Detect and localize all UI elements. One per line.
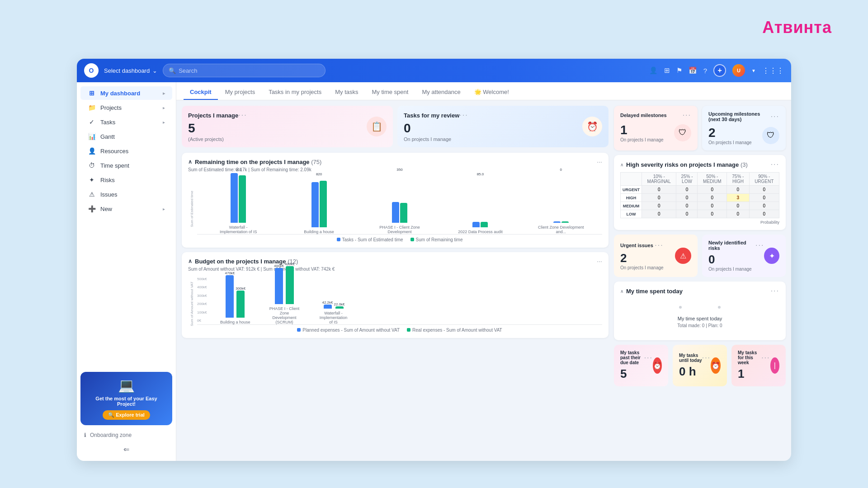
nav-right: 👤 ⊞ ⚑ 📅 ? + U ▼ ⋮⋮⋮ (649, 64, 784, 77)
flag-icon[interactable]: ⚑ (676, 66, 682, 75)
sidebar-item-time-spent[interactable]: ⏱ Time spent (80, 159, 172, 172)
budget-y-axis-label: Sum of Amount without VAT (190, 282, 194, 326)
onboarding-label: Onboarding zone (90, 432, 132, 438)
tasks-this-week-title: My tasks for this week (738, 350, 761, 365)
bar-estimated-3 (392, 202, 399, 223)
projects-card: Projects I manage ··· 5 (Active projects… (182, 106, 393, 147)
top-nav: O Select dashboard ⌄ 🔍 Search 👤 ⊞ ⚑ 📅 ? … (77, 59, 791, 82)
collapse-risk-icon[interactable]: ∧ (620, 162, 623, 167)
delayed-menu[interactable]: ··· (683, 111, 691, 119)
search-placeholder: Search (179, 67, 197, 74)
new-risks-icon: ✦ (764, 248, 779, 264)
budget-bar-real-2 (286, 266, 294, 304)
explore-trial-button[interactable]: 🔍 Explore trial (103, 410, 150, 420)
sidebar-item-tasks[interactable]: ✓ Tasks ▸ (80, 115, 172, 129)
calendar-icon[interactable]: 📅 (689, 66, 697, 75)
time-dot-1 (679, 306, 682, 309)
tab-my-attendance[interactable]: My attendance (415, 85, 467, 100)
budget-bar-planned-1 (226, 275, 234, 318)
budget-chart-card: ∧ Budget on the projects I manage (12) ·… (182, 252, 609, 338)
budget-bar-real-3 (335, 306, 344, 309)
content-area: Cockpit My projects Tasks in my projects… (176, 82, 791, 461)
tab-cockpit[interactable]: Cockpit (184, 85, 218, 100)
collapse-time-icon[interactable]: ∧ (620, 289, 623, 294)
remaining-time-menu[interactable]: ··· (597, 158, 602, 165)
collapse-icon[interactable]: ∧ (188, 159, 192, 165)
urgent-issues-icon: ⚠ (675, 248, 691, 264)
new-risks-title: Newly identified risks (708, 240, 755, 251)
tasks-until-today-title: My tasks until today (679, 353, 702, 363)
tab-my-tasks[interactable]: My tasks (329, 85, 364, 100)
bar-label-4: 2022 Data Process audit (458, 230, 503, 234)
budget-menu[interactable]: ··· (597, 258, 602, 265)
projects-icon-circle: 📋 (367, 117, 387, 136)
filter-icon[interactable]: ⊞ (664, 66, 670, 75)
urgent-issues-menu[interactable]: ··· (655, 241, 663, 249)
delayed-title: Delayed milestones (620, 113, 667, 118)
tab-tasks-in-projects[interactable]: Tasks in my projects (262, 85, 328, 100)
tasks-past-due-menu[interactable]: ··· (644, 354, 653, 362)
projects-icon: 📁 (88, 104, 96, 111)
sidebar-item-onboarding[interactable]: ℹ Onboarding zone (77, 429, 176, 441)
sidebar-item-new[interactable]: ➕ New ▸ (80, 202, 172, 216)
new-risks-count: 0 (708, 253, 764, 267)
tasks-review-title: Tasks for my review (404, 112, 459, 119)
sidebar-item-issues[interactable]: ⚠ Issues (80, 188, 172, 201)
upcoming-menu[interactable]: ··· (771, 113, 779, 121)
explore-title: Get the most of your Easy Project! (86, 396, 167, 407)
time-spent-menu[interactable]: ··· (771, 287, 779, 295)
tasks-this-week-count: 1 (738, 367, 770, 381)
add-button[interactable]: + (713, 64, 726, 77)
sidebar-item-my-dashboard[interactable]: ⊞ My dashboard ▸ (80, 86, 172, 100)
bar-group-2: 820 Building a house (282, 172, 355, 234)
laptop-icon: 💻 (86, 377, 167, 393)
projects-card-menu[interactable]: ··· (238, 111, 247, 119)
projects-card-title: Projects I manage (188, 112, 238, 119)
app-logo[interactable]: O (84, 63, 99, 78)
brand-watermark: Атвинта (762, 18, 832, 37)
time-dot-2 (718, 306, 721, 309)
dashboard-select[interactable]: Select dashboard ⌄ (104, 67, 157, 74)
budget-bar-group-3: 42.2k€ 22.0k€ (313, 263, 354, 324)
risks-icon: ✦ (88, 176, 96, 183)
projects-count: 5 (188, 121, 247, 136)
user-icon[interactable]: 👤 (649, 66, 658, 75)
sidebar-item-risks[interactable]: ✦ Risks (80, 173, 172, 187)
avatar[interactable]: U (732, 64, 745, 77)
risk-matrix-title: High severity risks on projects I manage… (626, 161, 748, 168)
remaining-time-chart-card: ∧ Remaining time on the projects I manag… (182, 153, 609, 248)
bar-label-1: Waterfall -Implementation of IS (220, 225, 257, 234)
sidebar-item-projects[interactable]: 📁 Projects ▸ (80, 101, 172, 114)
bar-remaining-1 (239, 175, 246, 223)
budget-subtitle: Sum of Amount without VAT: 912k € | Sum … (188, 267, 602, 272)
tasks-past-due-title: My tasks past their due date (620, 350, 644, 365)
budget-bar-label-2: PHASE I - Client ZoneDevelopment (SCRUM) (264, 306, 305, 324)
y-axis-label: Sum of Estimated time (190, 191, 194, 227)
tab-welcome[interactable]: 🌟 Welcome! (468, 85, 515, 100)
collapse-sidebar-button[interactable]: ⇐ (77, 441, 176, 457)
tasks-this-week-menu[interactable]: ··· (761, 354, 770, 362)
tasks-past-due-count: 5 (620, 367, 653, 381)
tasks-review-menu[interactable]: ··· (459, 111, 468, 119)
sidebar-item-label: My dashboard (100, 90, 140, 97)
info-icon: ℹ (84, 432, 86, 438)
gantt-icon: 📊 (88, 133, 96, 140)
app-container: O Select dashboard ⌄ 🔍 Search 👤 ⊞ ⚑ 📅 ? … (77, 59, 791, 461)
sidebar-item-resources[interactable]: 👤 Resources (80, 144, 172, 158)
right-column: Delayed milestones ··· 1 On projects I m… (614, 106, 786, 455)
delayed-count: 1 (620, 123, 664, 137)
sidebar-item-gantt[interactable]: 📊 Gantt (80, 130, 172, 143)
risk-matrix-menu[interactable]: ··· (771, 160, 779, 169)
time-icon: ⏱ (88, 162, 96, 169)
tasks-until-today-menu[interactable]: ··· (702, 354, 711, 362)
new-risks-menu[interactable]: ··· (755, 241, 764, 249)
help-icon[interactable]: ? (703, 67, 707, 75)
grid-icon[interactable]: ⋮⋮⋮ (762, 66, 784, 75)
delayed-label: On projects I manage (620, 137, 664, 142)
tab-my-time-spent[interactable]: My time spent (365, 85, 415, 100)
budget-bar-planned-3 (324, 305, 332, 309)
tab-my-projects[interactable]: My projects (219, 85, 261, 100)
collapse-budget-icon[interactable]: ∧ (188, 258, 192, 264)
search-bar[interactable]: 🔍 Search (163, 64, 326, 77)
budget-bar-label-3: Waterfall - Implementationof IS (313, 311, 354, 324)
